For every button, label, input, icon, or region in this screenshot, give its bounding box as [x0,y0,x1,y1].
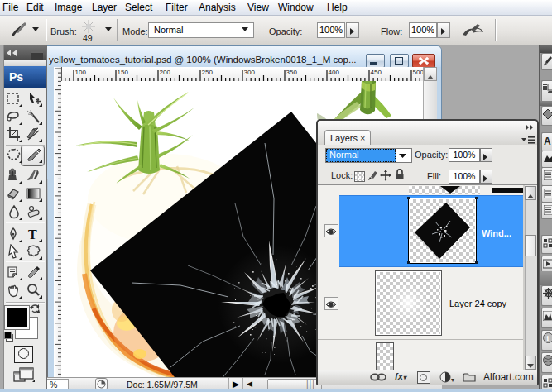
svg-text:200: 200 [160,69,171,76]
svg-text:350: 350 [286,69,298,76]
svg-text:100: 100 [75,69,87,76]
svg-text:A: A [544,136,551,146]
svg-text:150: 150 [118,69,129,76]
svg-text:500: 500 [413,69,424,76]
svg-text:T: T [28,227,37,241]
svg-text:450: 450 [371,69,382,76]
svg-text:400: 400 [329,69,340,76]
svg-text:300: 300 [244,69,256,76]
svg-text:250: 250 [202,69,214,76]
